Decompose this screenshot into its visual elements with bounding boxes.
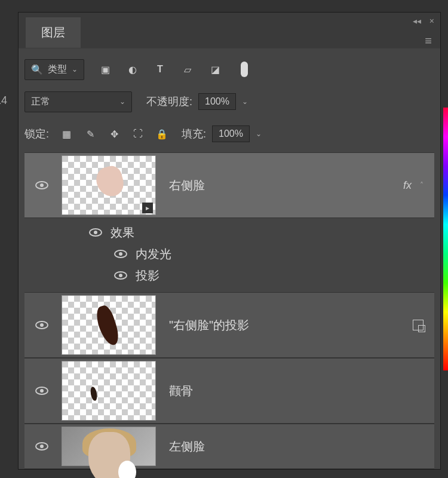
filter-kind-label: 类型: [48, 63, 67, 76]
chevron-down-icon[interactable]: ⌄: [256, 130, 262, 138]
blend-row: 正常 ⌄ 不透明度: 100% ⌄: [24, 88, 434, 115]
chevron-down-icon: ⌄: [119, 97, 125, 106]
layers-panel: 图层 ◂◂ × ≡ 🔍 类型 ⌄ ▣ ◐ T ▱ ◪ 正常: [18, 12, 441, 470]
layer-name[interactable]: 左侧脸: [169, 439, 205, 455]
layers-list: ▸ 右侧脸 fx ˄ 效果 内发光 投影: [24, 152, 434, 469]
blend-mode-value: 正常: [31, 96, 50, 108]
pixel-filter-icon[interactable]: ▣: [97, 62, 113, 77]
search-icon: 🔍: [31, 64, 43, 75]
visibility-eye-icon[interactable]: [89, 228, 102, 237]
layer-row[interactable]: ▸ 右侧脸 fx ˄: [24, 152, 434, 218]
opacity-value[interactable]: 100%: [198, 93, 236, 110]
layer-name[interactable]: 颧骨: [169, 383, 193, 399]
lock-artboard-icon[interactable]: ⛶: [130, 126, 146, 142]
adjustment-filter-icon[interactable]: ◐: [125, 62, 140, 77]
lock-position-icon[interactable]: ✥: [106, 126, 122, 142]
fill-value[interactable]: 100%: [212, 125, 250, 142]
shape-filter-icon[interactable]: ▱: [180, 62, 195, 77]
effect-name: 内发光: [136, 246, 171, 262]
visibility-eye-icon[interactable]: [114, 271, 127, 280]
effects-title: 效果: [111, 225, 134, 241]
opacity-label: 不透明度:: [146, 94, 192, 109]
lock-all-icon[interactable]: 🔒: [154, 126, 170, 142]
blend-mode-select[interactable]: 正常 ⌄: [24, 91, 132, 112]
chevron-down-icon[interactable]: ⌄: [242, 97, 248, 106]
fx-badge[interactable]: fx: [403, 179, 412, 192]
layer-row[interactable]: 左侧脸: [24, 424, 434, 469]
visibility-eye-icon[interactable]: [35, 321, 48, 329]
lock-label: 锁定:: [24, 127, 49, 141]
effect-name: 投影: [136, 268, 159, 284]
panel-header: 图层 ◂◂ × ≡: [19, 13, 440, 48]
effects-header[interactable]: 效果: [24, 222, 434, 243]
close-icon[interactable]: ×: [429, 16, 434, 26]
effect-item[interactable]: 内发光: [24, 243, 434, 265]
fill-label: 填充:: [182, 127, 206, 141]
smart-object-badge: ▸: [142, 203, 153, 213]
layer-thumbnail[interactable]: ▸: [62, 155, 156, 215]
color-swatch-strip[interactable]: [443, 108, 448, 370]
smartobj-filter-icon[interactable]: ◪: [207, 62, 223, 77]
layer-thumbnail[interactable]: [62, 361, 156, 421]
layer-thumbnail[interactable]: [62, 295, 156, 355]
type-filter-icon[interactable]: T: [152, 62, 168, 77]
panel-body: 🔍 类型 ⌄ ▣ ◐ T ▱ ◪ 正常 ⌄ 不透明度: 100% ⌄ 锁定:: [19, 48, 440, 469]
filter-row: 🔍 类型 ⌄ ▣ ◐ T ▱ ◪: [24, 56, 434, 83]
chevron-down-icon: ⌄: [72, 65, 78, 73]
layer-name[interactable]: "右侧脸"的投影: [169, 317, 249, 333]
effect-item[interactable]: 投影: [24, 265, 434, 286]
visibility-eye-icon[interactable]: [35, 181, 48, 189]
lock-paint-icon[interactable]: ✎: [82, 126, 98, 142]
collapse-icon[interactable]: ◂◂: [413, 16, 421, 26]
visibility-eye-icon[interactable]: [35, 442, 48, 451]
filter-toggle[interactable]: [241, 62, 248, 77]
visibility-eye-icon[interactable]: [114, 250, 127, 258]
filter-kind-select[interactable]: 🔍 类型 ⌄: [24, 59, 84, 80]
visibility-eye-icon[interactable]: [35, 387, 48, 395]
lock-transparent-icon[interactable]: ▦: [59, 126, 74, 142]
lock-row: 锁定: ▦ ✎ ✥ ⛶ 🔒 填充: 100% ⌄: [24, 120, 434, 148]
layers-tab[interactable]: 图层: [26, 17, 81, 48]
layer-name[interactable]: 右侧脸: [169, 177, 205, 194]
layer-row[interactable]: 颧骨: [24, 358, 434, 424]
layer-effects-list: 效果 内发光 投影: [24, 218, 434, 292]
panel-menu-icon[interactable]: ≡: [425, 34, 432, 48]
layer-thumbnail[interactable]: [62, 427, 156, 466]
side-number: 2714: [0, 94, 7, 107]
chevron-up-icon[interactable]: ˄: [420, 181, 424, 189]
link-icon[interactable]: [413, 320, 424, 330]
layer-row[interactable]: "右侧脸"的投影: [24, 292, 434, 358]
